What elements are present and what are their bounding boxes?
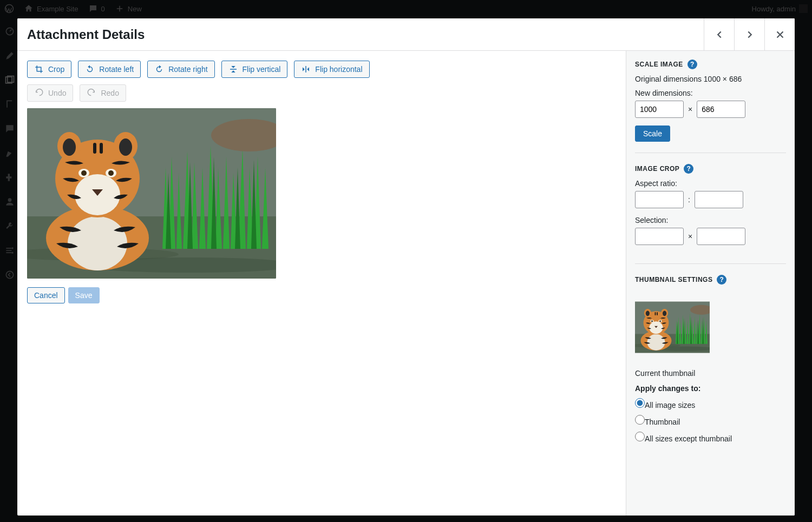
rotate-right-label: Rotate right <box>168 65 207 74</box>
help-icon[interactable]: ? <box>717 275 726 285</box>
flip-vertical-button[interactable]: Flip vertical <box>221 61 288 78</box>
selection-label: Selection: <box>635 216 786 224</box>
attachment-details-modal: Attachment Details Crop Rotate left Rota… <box>17 18 795 516</box>
crop-label: Crop <box>48 65 64 74</box>
radio-except-thumbnail[interactable] <box>635 432 645 441</box>
rotate-right-button[interactable]: Rotate right <box>147 61 214 78</box>
aspect-ratio-label: Aspect ratio: <box>635 179 786 188</box>
flip-vertical-label: Flip vertical <box>243 65 281 74</box>
redo-label: Redo <box>101 89 119 97</box>
aspect-width-input[interactable] <box>635 191 684 208</box>
modal-header: Attachment Details <box>17 18 795 51</box>
crop-section: IMAGE CROP? Aspect ratio: : Selection: × <box>635 164 786 264</box>
radio-thumbnail[interactable] <box>635 415 645 425</box>
original-dimensions: Original dimensions 1000 × 686 <box>635 75 742 83</box>
scale-width-input[interactable] <box>635 101 684 118</box>
scale-button[interactable]: Scale <box>635 125 670 142</box>
cancel-button[interactable]: Cancel <box>27 287 65 303</box>
scale-button-label: Scale <box>643 129 662 138</box>
crop-button[interactable]: Crop <box>27 61 71 78</box>
help-icon[interactable]: ? <box>684 164 693 174</box>
rotate-left-label: Rotate left <box>99 65 134 74</box>
scale-section: SCALE IMAGE? Original dimensions 1000 × … <box>635 60 786 153</box>
scale-heading: SCALE IMAGE <box>635 61 683 68</box>
times-symbol: × <box>688 105 692 114</box>
redo-button: Redo <box>80 84 126 102</box>
times-symbol: × <box>688 232 692 241</box>
help-icon[interactable]: ? <box>687 60 697 69</box>
current-thumbnail <box>635 290 710 365</box>
next-button[interactable] <box>734 18 764 50</box>
flip-horizontal-button[interactable]: Flip horizontal <box>294 61 369 78</box>
rotate-left-button[interactable]: Rotate left <box>78 61 141 78</box>
crop-heading: IMAGE CROP <box>635 165 679 173</box>
image-editor: Crop Rotate left Rotate right Flip verti… <box>17 51 626 516</box>
selection-height-input[interactable] <box>697 228 745 245</box>
modal-title: Attachment Details <box>27 27 145 42</box>
save-label: Save <box>75 291 93 300</box>
save-button: Save <box>68 287 100 303</box>
scale-height-input[interactable] <box>697 101 745 118</box>
new-dimensions-label: New dimensions: <box>635 89 786 97</box>
aspect-height-input[interactable] <box>695 191 743 208</box>
undo-label: Undo <box>48 89 66 97</box>
close-button[interactable] <box>764 18 795 50</box>
radio-thumb-label: Thumbnail <box>645 418 680 426</box>
thumbnail-section: THUMBNAIL SETTINGS? Current thumbnail Ap… <box>635 275 786 457</box>
colon-symbol: : <box>688 195 690 204</box>
apply-changes-label: Apply changes to: <box>635 384 700 393</box>
flip-horizontal-label: Flip horizontal <box>315 65 362 74</box>
prev-button[interactable] <box>704 18 734 50</box>
radio-all-sizes[interactable] <box>635 398 645 408</box>
settings-panel: SCALE IMAGE? Original dimensions 1000 × … <box>626 51 795 516</box>
cancel-label: Cancel <box>34 291 58 300</box>
undo-button: Undo <box>27 84 73 102</box>
selection-width-input[interactable] <box>635 228 684 245</box>
current-thumbnail-label: Current thumbnail <box>635 369 695 378</box>
thumbnail-heading: THUMBNAIL SETTINGS <box>635 276 712 283</box>
radio-except-label: All sizes except thumbnail <box>645 434 732 443</box>
image-canvas[interactable] <box>27 108 276 279</box>
radio-all-label: All image sizes <box>645 401 695 409</box>
